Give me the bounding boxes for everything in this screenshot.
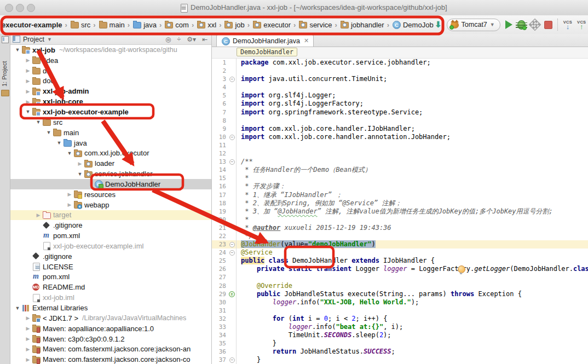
tree-toggle-icon[interactable]: ▶ — [24, 57, 32, 63]
code-line-37[interactable]: 37− } — [212, 356, 588, 364]
breadcrumb-item-executor[interactable]: executor — [252, 20, 291, 30]
tree-item-idea[interactable]: ▶.idea — [10, 55, 211, 66]
breadcrumb-item-com[interactable]: com — [164, 20, 189, 30]
tree-item-gitignore[interactable]: .gitignore — [10, 251, 211, 262]
code-text[interactable]: * — [241, 174, 588, 182]
code-line-13[interactable]: 13−/** — [212, 158, 588, 166]
line-number[interactable]: 25 — [212, 257, 228, 265]
tree-item-webapp[interactable]: ▶webapp — [10, 200, 211, 210]
code-text[interactable]: logger.info("XXL-JOB, Hello World."); — [241, 298, 588, 307]
tree-item-xxl-job[interactable]: ▼xxl-job~/workspaces/idea-git-workspace/… — [10, 45, 211, 55]
tree-toggle-icon[interactable]: ▶ — [24, 68, 32, 73]
code-text[interactable]: * 3、加 “@JobHander” 注解, 注解value值为新增任务生成的J… — [241, 207, 588, 216]
code-line-11[interactable]: 11 — [212, 141, 588, 149]
fold-marker-icon[interactable]: − — [229, 250, 235, 256]
code-line-12[interactable]: 12 — [212, 149, 588, 158]
code-text[interactable]: logger.info("beat at:{}", i); — [241, 323, 588, 331]
code-line-14[interactable]: 14 * 任务Handler的一个Demo（Bean模式） — [212, 166, 588, 174]
close-window-button[interactable] — [5, 4, 13, 12]
line-number[interactable]: 30 — [212, 298, 228, 307]
code-text[interactable]: package com.xxl.job.executor.service.job… — [241, 59, 588, 67]
tree-toggle-icon[interactable]: ▶ — [76, 161, 84, 166]
code-line-15[interactable]: 15 * — [212, 174, 588, 182]
tree-item-resources[interactable]: ▶resources — [10, 189, 211, 200]
line-number[interactable]: 33 — [212, 323, 228, 331]
code-text[interactable]: @Service — [241, 249, 588, 257]
tree-item-loader[interactable]: ▶loader — [10, 158, 211, 169]
code-text[interactable]: private static transient Logger logger =… — [241, 265, 588, 273]
breadcrumb-item-src[interactable]: src — [70, 20, 91, 30]
line-number[interactable]: 16 — [212, 182, 228, 190]
code-text[interactable] — [241, 149, 588, 158]
code-text[interactable]: /** — [241, 158, 588, 166]
tree-toggle-icon[interactable]: ▶ — [24, 99, 32, 105]
stop-button[interactable] — [544, 21, 552, 29]
locate-file-button[interactable]: ◎ — [164, 36, 172, 43]
tree-item-xxl-job-admin[interactable]: ▶xxl-job-admin — [10, 86, 211, 96]
code-text[interactable] — [241, 83, 588, 91]
line-number[interactable]: 14 — [212, 166, 228, 174]
line-number[interactable]: 29 — [212, 290, 228, 298]
line-number[interactable]: 23 — [212, 240, 228, 249]
breadcrumb-item-jobhandler[interactable]: jobhandler — [339, 20, 385, 30]
code-line-5[interactable]: 5import org.slf4j.Logger; — [212, 91, 588, 100]
line-number[interactable]: 36 — [212, 348, 228, 356]
hide-panel-button[interactable]: ⇤ — [200, 36, 209, 43]
fold-marker-icon[interactable]: − — [229, 77, 235, 82]
tree-toggle-icon[interactable]: ▼ — [14, 47, 21, 53]
code-line-19[interactable]: 19 * 3、加 “@JobHander” 注解, 注解value值为新增任务生… — [212, 207, 588, 216]
code-line-23[interactable]: 23−@JobHander(value="demoJobHandler") — [212, 240, 588, 249]
code-text[interactable]: @Override — [241, 282, 588, 290]
tree-item-jdk1-7[interactable]: ▶< JDK1.7 >/Library/Java/JavaVirtualMach… — [10, 313, 211, 323]
line-number[interactable]: 9 — [212, 125, 228, 133]
line-number[interactable]: 28 — [212, 282, 228, 290]
code-text[interactable] — [241, 117, 588, 125]
line-number[interactable]: 27 — [212, 273, 228, 281]
line-number[interactable]: 31 — [212, 307, 228, 315]
line-number[interactable]: 17 — [212, 191, 228, 199]
code-line-31[interactable]: 31 — [212, 307, 588, 315]
run-configuration-select[interactable]: Tomcat7 ▼ — [447, 19, 500, 31]
code-line-36[interactable]: 36 return JobHandleStatus.SUCCESS; — [212, 348, 588, 356]
run-button[interactable] — [505, 20, 512, 29]
code-text[interactable]: * 开发步骤： — [241, 182, 588, 190]
tree-toggle-icon[interactable]: ▼ — [34, 119, 42, 125]
folder-stripe-icon[interactable] — [1, 90, 9, 96]
code-line-30[interactable]: 30 logger.info("XXL-JOB, Hello World."); — [212, 298, 588, 307]
coverage-button[interactable] — [528, 19, 541, 31]
tree-item-src[interactable]: ▼src — [10, 117, 211, 128]
tree-item-java[interactable]: ▼java — [10, 138, 211, 148]
line-number[interactable]: 6 — [212, 100, 228, 108]
line-number[interactable]: 4 — [212, 83, 228, 91]
vcs-commit-button[interactable]: VCS ↑ — [577, 20, 586, 29]
code-text[interactable]: */ — [241, 232, 588, 240]
code-text[interactable]: * 任务Handler的一个Demo（Bean模式） — [241, 166, 588, 174]
override-method-icon[interactable]: ↑ — [229, 291, 235, 297]
code-text[interactable]: public class DemoJobHandler extends IJob… — [241, 257, 588, 265]
code-line-20[interactable]: 20 * — [212, 216, 588, 224]
code-text[interactable]: @JobHander(value="demoJobHandler") — [241, 240, 588, 249]
code-line-24[interactable]: 24−@Service — [212, 249, 588, 257]
tree-item-db[interactable]: ▶db — [10, 66, 211, 76]
code-line-28[interactable]: 28 @Override — [212, 282, 588, 290]
code-text[interactable] — [241, 307, 588, 315]
tree-toggle-icon[interactable]: ▶ — [24, 346, 32, 352]
code-line-1[interactable]: 1package com.xxl.job.executor.service.jo… — [212, 59, 588, 67]
tree-item-xxl-job-iml[interactable]: xxl-job.iml — [10, 292, 211, 303]
tree-toggle-icon[interactable]: ▼ — [45, 130, 53, 135]
code-line-3[interactable]: 3−import java.util.concurrent.TimeUnit; — [212, 75, 588, 83]
project-tool-window-tab[interactable]: 1: Project — [1, 61, 8, 86]
intention-bulb-icon[interactable] — [458, 265, 465, 273]
line-number[interactable]: 3 — [212, 75, 228, 83]
line-number[interactable]: 1 — [212, 59, 228, 67]
line-number[interactable]: 26 — [212, 265, 228, 273]
code-text[interactable]: import java.util.concurrent.TimeUnit; — [241, 75, 588, 83]
breadcrumb-item-java[interactable]: java — [132, 20, 157, 30]
close-tab-icon[interactable]: ✕ — [304, 37, 309, 44]
breadcrumb-item-job[interactable]: job — [223, 20, 245, 30]
line-number[interactable]: 22 — [212, 232, 228, 240]
tree-toggle-icon[interactable]: ▶ — [24, 78, 32, 84]
code-text[interactable]: * — [241, 216, 588, 224]
code-line-8[interactable]: 8 — [212, 117, 588, 125]
line-number[interactable]: 32 — [212, 315, 228, 323]
